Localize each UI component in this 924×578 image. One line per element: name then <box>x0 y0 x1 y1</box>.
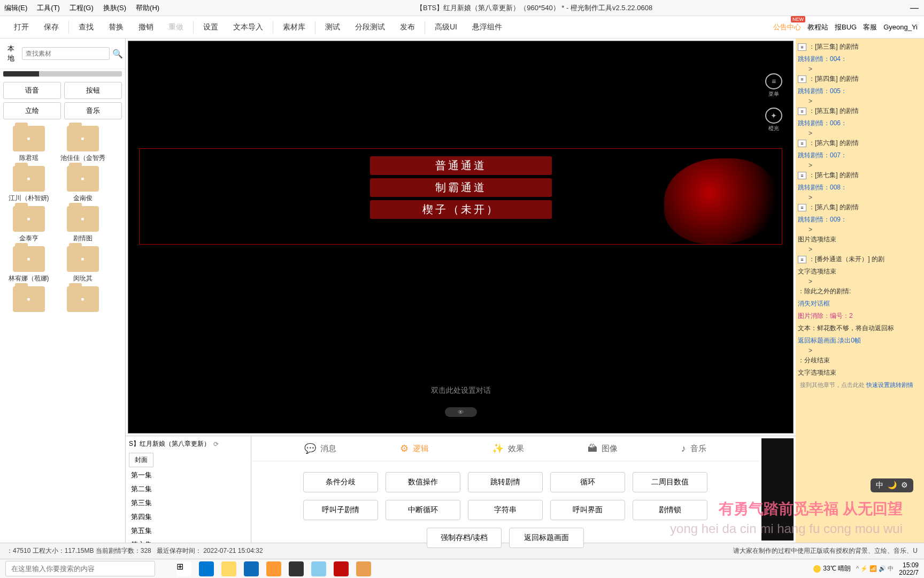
action-save[interactable]: 强制存档/读档 <box>427 528 502 548</box>
choice-button[interactable]: 楔子（未开） <box>370 200 552 219</box>
taskbar-app-icon[interactable] <box>311 561 326 576</box>
undo-button[interactable]: 撤销 <box>131 22 161 32</box>
cover-tab[interactable]: 封面 <box>129 453 153 467</box>
action-loop[interactable]: 循环 <box>550 472 625 492</box>
weather-widget[interactable]: 33℃ 晴朗 <box>813 564 851 573</box>
jump-link[interactable]: 跳转剧情：008： <box>798 183 847 192</box>
preview-menu-button[interactable]: ≡菜单 <box>764 73 783 98</box>
menu-project[interactable]: 工程(G) <box>70 3 94 13</box>
chapter-item[interactable]: 第四集 <box>126 510 251 524</box>
taskbar-netease-icon[interactable] <box>334 561 349 576</box>
open-button[interactable]: 打开 <box>6 22 36 32</box>
jump-link[interactable]: 跳转剧情：005： <box>798 87 847 96</box>
replace-button[interactable]: 替换 <box>101 22 131 32</box>
chapter-item[interactable]: 第三集 <box>126 496 251 510</box>
asset-folder[interactable]: 江川（朴智妍) <box>3 166 54 203</box>
search-icon[interactable]: 🔍 <box>113 49 122 58</box>
jump-link[interactable]: 跳转剧情：004： <box>798 55 847 64</box>
windows-search[interactable] <box>5 561 155 576</box>
action-callui[interactable]: 呼叫界面 <box>550 500 625 520</box>
asset-folder[interactable]: 闵玧其 <box>57 246 108 283</box>
quick-jump-link[interactable]: 快速设置跳转剧情 <box>866 382 913 388</box>
action-break[interactable]: 中断循环 <box>386 500 460 520</box>
chapter-item[interactable]: 第六集 <box>126 538 251 543</box>
action-jump[interactable]: 跳转剧情 <box>468 472 543 492</box>
asset-folder[interactable]: 金南俊 <box>57 166 108 203</box>
menu-tools[interactable]: 工具(T) <box>37 3 60 13</box>
minimize-button[interactable]: — <box>909 3 920 13</box>
action-newgame[interactable]: 二周目数值 <box>633 472 707 492</box>
tab-image[interactable]: 🏔图像 <box>588 443 618 454</box>
asset-folder[interactable]: 林宥娜（苞娜) <box>3 246 54 283</box>
tab-music[interactable]: ♪音乐 <box>681 443 706 454</box>
taskbar-app-icon[interactable] <box>289 561 304 576</box>
local-button[interactable]: 本地 <box>3 42 19 65</box>
tab-message[interactable]: 💬消息 <box>304 443 336 454</box>
seg-test-button[interactable]: 分段测试 <box>348 22 392 32</box>
menu-help[interactable]: 帮助(H) <box>136 3 159 13</box>
script-panel[interactable]: ≡：[第三集] 的剧情 跳转剧情：004： >≡：[第四集] 的剧情 跳转剧情：… <box>796 39 924 543</box>
redo-button[interactable]: 重做 <box>161 22 191 32</box>
save-button[interactable]: 保存 <box>36 22 66 32</box>
asset-folder[interactable]: 池佳佳（金智秀 <box>57 126 108 163</box>
tab-logic[interactable]: ⚙逻辑 <box>400 443 429 454</box>
refresh-icon[interactable]: ⟳ <box>213 440 219 448</box>
service-link[interactable]: 客服 <box>863 22 877 32</box>
action-numop[interactable]: 数值操作 <box>386 472 460 492</box>
test-button[interactable]: 测试 <box>318 22 348 32</box>
search-input[interactable] <box>22 47 110 60</box>
taskbar-explorer-icon[interactable] <box>221 561 236 576</box>
asset-folder[interactable]: 陈君瑶 <box>3 126 54 163</box>
float-comp-button[interactable]: 悬浮组件 <box>465 22 510 32</box>
tutorial-link[interactable]: 教程站 <box>807 22 828 32</box>
choice-button[interactable]: 制霸通道 <box>370 178 552 197</box>
asset-folder[interactable] <box>57 286 108 314</box>
menu-edit[interactable]: 编辑(E) <box>4 3 27 13</box>
action-string[interactable]: 字符串 <box>468 500 543 520</box>
menu-skin[interactable]: 换肤(S) <box>103 3 126 13</box>
settings-button[interactable]: 设置 <box>196 22 226 32</box>
tab-effect[interactable]: ✨效果 <box>492 443 524 454</box>
asset-folder[interactable]: 金泰亨 <box>3 206 54 243</box>
find-button[interactable]: 查找 <box>71 22 101 32</box>
taskbar-app-icon[interactable] <box>266 561 281 576</box>
jump-link[interactable]: 跳转剧情：009： <box>798 215 847 224</box>
taskbar-app-icon[interactable] <box>356 561 371 576</box>
taskbar-edge-icon[interactable] <box>199 561 214 576</box>
action-lock[interactable]: 剧情锁 <box>633 500 707 520</box>
ime-widget[interactable]: 中🌙⚙ <box>871 478 913 492</box>
asset-folder[interactable]: 剧情图 <box>57 206 108 243</box>
taskbar-app-icon[interactable]: ⊞ <box>176 561 191 576</box>
jump-link[interactable]: 跳转剧情：007： <box>798 151 847 160</box>
dialog-hint[interactable]: 双击此处设置对话 <box>431 386 491 396</box>
announce-link[interactable]: 公告中心NEW <box>773 22 801 32</box>
publish-button[interactable]: 发布 <box>392 22 422 32</box>
preview-canvas[interactable]: ≡菜单 ✦橙光 普通通道 制霸通道 楔子（未开） 双击此处设置对话 👁 <box>128 41 794 434</box>
taskbar-mail-icon[interactable] <box>244 561 259 576</box>
adv-ui-button[interactable]: 高级UI <box>427 22 465 32</box>
preview-brand-button[interactable]: ✦橙光 <box>764 108 783 132</box>
jump-link[interactable]: 跳转剧情：006： <box>798 119 847 128</box>
asset-folder[interactable] <box>3 286 54 314</box>
cat-voice[interactable]: 语音 <box>3 82 61 99</box>
user-name[interactable]: Gyeong_Yi <box>883 23 918 31</box>
chapter-item[interactable]: 第二集 <box>126 482 251 496</box>
clock[interactable]: 15:092022/7 <box>899 561 919 576</box>
chapter-item[interactable]: 第一集 <box>126 468 251 482</box>
bug-link[interactable]: 报BUG <box>835 22 857 32</box>
choice-button[interactable]: 普通通道 <box>370 156 552 175</box>
hide-dialog-link[interactable]: 消失对话框 <box>798 299 830 308</box>
chapter-item[interactable]: 第五集 <box>126 524 251 538</box>
size-slider[interactable] <box>3 71 122 77</box>
action-condition[interactable]: 条件分歧 <box>303 472 378 492</box>
action-title[interactable]: 返回标题画面 <box>509 528 584 548</box>
system-tray[interactable]: ^ ⚡ 📶 🔊 中 <box>856 565 894 573</box>
cat-music[interactable]: 音乐 <box>64 102 122 119</box>
text-import-button[interactable]: 文本导入 <box>226 22 271 32</box>
visibility-toggle[interactable]: 👁 <box>445 407 477 417</box>
return-title-link[interactable]: 返回标题画面.淡出0帧 <box>798 336 861 345</box>
pic-remove[interactable]: 图片消除：编号：2 <box>798 311 853 321</box>
action-subplot[interactable]: 呼叫子剧情 <box>303 500 378 520</box>
cat-sprite[interactable]: 立绘 <box>3 102 61 119</box>
assets-button[interactable]: 素材库 <box>275 22 313 32</box>
